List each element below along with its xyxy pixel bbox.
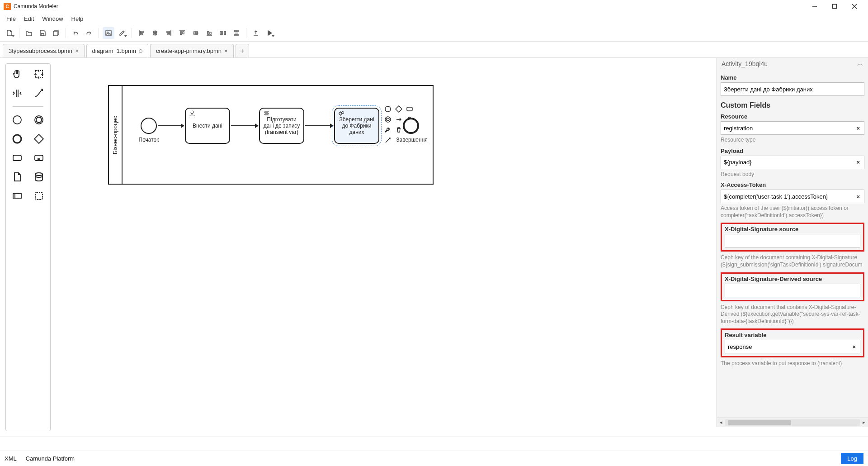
tab-create-app-primary[interactable]: create-app-primary.bpmn × <box>150 44 234 57</box>
save-all-button[interactable] <box>50 27 62 39</box>
image-export-button[interactable] <box>103 27 114 39</box>
task-enter-data[interactable]: Внести дані <box>185 108 230 144</box>
space-tool-icon[interactable] <box>11 87 24 100</box>
redo-button[interactable] <box>83 27 95 39</box>
data-store-icon[interactable] <box>33 171 45 183</box>
start-event[interactable] <box>141 118 157 134</box>
status-platform-tab[interactable]: Camunda Platform <box>26 455 75 462</box>
xsigd-input[interactable] <box>728 287 857 294</box>
task-save-data[interactable]: Зберегти дані до Фабрики даних <box>334 108 379 144</box>
lasso-tool-icon[interactable] <box>33 68 45 81</box>
ctx-change-type-icon[interactable] <box>395 115 403 124</box>
end-event-icon[interactable] <box>11 133 24 145</box>
result-input[interactable] <box>728 343 851 350</box>
panel-h-scrollbar[interactable]: ◂ ▸ <box>717 418 868 427</box>
color-button[interactable] <box>116 27 128 39</box>
xsig-field[interactable] <box>725 234 860 247</box>
canvas[interactable]: Бізнес-процес Початок Внести дані Підгот… <box>56 58 868 437</box>
scroll-thumb[interactable] <box>728 420 791 425</box>
clear-icon[interactable]: × <box>851 343 857 350</box>
align-top-button[interactable] <box>176 27 188 39</box>
ctx-event-icon[interactable] <box>384 105 392 113</box>
save-button[interactable] <box>37 27 48 39</box>
distribute-v-button[interactable] <box>231 27 242 39</box>
align-right-button[interactable] <box>163 27 175 39</box>
tab-3typessubprocess[interactable]: 3typessubprocess.bpmn × <box>3 44 85 57</box>
ctx-connect-icon[interactable] <box>384 136 392 144</box>
bpmn-pool[interactable]: Бізнес-процес Початок Внести дані Підгот… <box>108 85 434 185</box>
task-prepare-data[interactable]: Підготувати дані до запису (transient va… <box>259 108 304 144</box>
script-task-icon <box>263 110 270 117</box>
new-tab-button[interactable]: + <box>236 44 249 57</box>
name-field[interactable] <box>721 82 864 96</box>
hand-tool-icon[interactable] <box>11 68 24 81</box>
xtoken-input[interactable] <box>724 193 855 200</box>
resource-input[interactable] <box>724 125 855 132</box>
ctx-task-icon[interactable] <box>406 105 414 113</box>
start-event-icon[interactable] <box>11 114 24 126</box>
intermediate-event-icon[interactable] <box>33 114 45 126</box>
tab-label: create-app-primary.bpmn <box>156 48 222 54</box>
ctx-annotation-icon[interactable] <box>384 115 392 124</box>
scroll-left-icon[interactable]: ◂ <box>717 419 725 425</box>
tabstrip: 3typessubprocess.bpmn × diagram_1.bpmn c… <box>0 42 868 58</box>
window-close-button[interactable] <box>844 0 864 13</box>
gateway-icon[interactable] <box>33 133 45 145</box>
window-maximize-button[interactable] <box>825 0 844 13</box>
svg-rect-26 <box>224 31 226 35</box>
deploy-button[interactable] <box>250 27 262 39</box>
undo-button[interactable] <box>70 27 81 39</box>
clear-icon[interactable]: × <box>855 159 861 166</box>
align-middle-button[interactable] <box>190 27 202 39</box>
pool-lane[interactable]: Початок Внести дані Підготувати дані до … <box>123 86 433 184</box>
content-area: Бізнес-процес Початок Внести дані Підгот… <box>0 58 868 437</box>
menu-help[interactable]: Help <box>68 14 87 24</box>
connect-tool-icon[interactable] <box>33 87 45 100</box>
end-event[interactable] <box>403 118 419 134</box>
ctx-delete-icon[interactable] <box>395 126 403 134</box>
xtoken-field[interactable]: × <box>721 190 864 203</box>
svg-rect-4 <box>41 33 44 35</box>
close-icon[interactable]: × <box>224 48 228 54</box>
menu-window[interactable]: Window <box>38 14 66 24</box>
payload-input[interactable] <box>724 159 855 166</box>
clear-icon[interactable]: × <box>855 193 861 200</box>
payload-hint: Request body <box>721 171 864 178</box>
ctx-wrench-icon[interactable] <box>384 126 392 134</box>
svg-rect-29 <box>235 34 238 36</box>
resource-field[interactable]: × <box>721 121 864 135</box>
menu-edit[interactable]: Edit <box>20 14 38 24</box>
clear-icon[interactable]: × <box>855 125 861 132</box>
window-minimize-button[interactable] <box>805 0 825 13</box>
xsigd-hint: Ceph key of document that contains X-Dig… <box>721 304 864 325</box>
close-icon[interactable]: × <box>75 48 79 54</box>
align-bottom-button[interactable] <box>203 27 215 39</box>
new-file-button[interactable] <box>4 27 15 39</box>
menubar: File Edit Window Help <box>0 13 868 24</box>
task-icon[interactable] <box>11 152 24 164</box>
scroll-right-icon[interactable]: ▸ <box>860 419 868 425</box>
result-group-highlight: Result variable × <box>721 328 864 357</box>
distribute-h-button[interactable] <box>217 27 229 39</box>
open-button[interactable] <box>23 27 35 39</box>
subprocess-icon[interactable] <box>33 152 45 164</box>
palette <box>5 63 51 431</box>
start-instance-button[interactable] <box>264 27 275 39</box>
ctx-gateway-icon[interactable] <box>395 105 403 113</box>
payload-field[interactable]: × <box>721 156 864 169</box>
group-icon[interactable] <box>33 190 45 202</box>
name-input[interactable] <box>724 86 861 93</box>
xsigd-field[interactable] <box>725 284 860 297</box>
align-left-button[interactable] <box>136 27 147 39</box>
result-field[interactable]: × <box>725 340 860 353</box>
xsig-input[interactable] <box>728 238 857 244</box>
log-button[interactable]: Log <box>841 453 863 464</box>
status-xml-tab[interactable]: XML <box>5 455 17 462</box>
align-center-button[interactable] <box>149 27 161 39</box>
svg-point-60 <box>385 117 391 122</box>
tab-diagram-1[interactable]: diagram_1.bpmn <box>86 44 149 57</box>
collapse-icon[interactable]: ︿ <box>857 60 863 68</box>
menu-file[interactable]: File <box>3 14 19 24</box>
data-object-icon[interactable] <box>11 171 24 183</box>
pool-icon[interactable] <box>11 190 24 202</box>
